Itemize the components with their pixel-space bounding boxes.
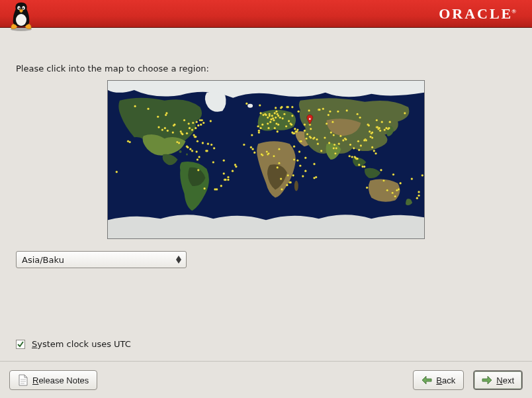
svg-point-107 (290, 181, 292, 183)
svg-point-158 (358, 164, 360, 166)
svg-point-95 (279, 117, 281, 119)
svg-point-159 (358, 149, 360, 151)
svg-point-42 (199, 156, 200, 158)
arrow-right-icon (482, 375, 492, 385)
select-stepper-icon (174, 256, 183, 264)
svg-point-59 (232, 170, 234, 172)
svg-point-147 (337, 111, 339, 113)
svg-point-203 (213, 147, 215, 149)
document-icon (18, 374, 28, 386)
svg-point-40 (197, 124, 199, 126)
next-button[interactable]: Next (473, 370, 523, 390)
svg-point-213 (266, 151, 268, 153)
svg-point-148 (339, 135, 341, 137)
svg-point-84 (274, 127, 276, 129)
footer: Release Notes Back Next (0, 362, 532, 398)
svg-point-17 (164, 127, 166, 129)
svg-point-18 (167, 130, 169, 132)
timezone-map[interactable] (107, 80, 425, 239)
svg-point-36 (195, 136, 197, 138)
svg-point-44 (200, 124, 202, 126)
svg-point-216 (277, 166, 279, 168)
svg-point-191 (129, 141, 131, 143)
svg-point-30 (189, 127, 191, 129)
svg-point-91 (277, 130, 279, 132)
svg-point-110 (291, 106, 293, 108)
svg-point-179 (384, 128, 386, 130)
svg-point-93 (277, 124, 279, 126)
svg-point-171 (371, 146, 373, 148)
svg-point-86 (275, 117, 277, 119)
svg-point-194 (165, 112, 167, 114)
svg-point-182 (389, 121, 391, 123)
svg-point-141 (330, 131, 332, 133)
svg-point-16 (161, 128, 163, 130)
release-notes-button[interactable]: Release Notes (9, 370, 97, 390)
svg-point-37 (195, 127, 197, 129)
svg-point-26 (183, 119, 185, 121)
svg-point-11 (186, 153, 188, 155)
tux-mascot-icon (7, 0, 36, 32)
content-area: Please click into the map to choose a re… (0, 29, 532, 362)
svg-point-224 (299, 165, 301, 167)
svg-point-198 (196, 151, 198, 153)
svg-point-122 (304, 130, 306, 132)
svg-point-47 (203, 187, 205, 189)
svg-point-127 (308, 109, 310, 111)
svg-point-97 (281, 106, 283, 108)
svg-point-33 (192, 122, 194, 124)
svg-point-186 (400, 182, 402, 184)
svg-point-130 (310, 136, 312, 138)
header: ORACLE® (0, 0, 532, 28)
svg-point-257 (309, 118, 311, 120)
svg-point-65 (259, 104, 261, 106)
svg-point-139 (328, 142, 330, 144)
svg-point-137 (324, 136, 326, 138)
svg-point-14 (157, 116, 159, 118)
svg-point-253 (396, 189, 398, 191)
timezone-select[interactable]: Asia/Baku (16, 251, 187, 268)
svg-point-126 (306, 133, 308, 135)
svg-point-104 (288, 120, 290, 122)
svg-point-195 (176, 141, 178, 143)
svg-point-212 (261, 153, 263, 155)
svg-point-134 (316, 138, 318, 140)
svg-point-151 (349, 144, 351, 146)
svg-point-226 (302, 175, 304, 177)
svg-point-5 (22, 7, 24, 9)
svg-point-249 (382, 179, 384, 181)
svg-point-254 (404, 112, 406, 114)
svg-point-232 (320, 150, 322, 152)
svg-point-245 (373, 150, 375, 152)
svg-point-184 (394, 195, 396, 197)
svg-point-214 (267, 152, 269, 154)
svg-point-21 (173, 124, 175, 126)
svg-point-238 (346, 109, 348, 111)
registered-mark: ® (511, 8, 516, 15)
svg-point-103 (287, 106, 289, 108)
svg-point-217 (278, 148, 280, 150)
timezone-selected-label: Asia/Baku (22, 255, 170, 265)
svg-point-211 (258, 131, 260, 133)
svg-point-210 (253, 152, 255, 154)
svg-point-76 (267, 127, 269, 129)
svg-point-188 (418, 191, 420, 193)
svg-point-49 (207, 143, 209, 145)
svg-point-256 (421, 174, 423, 176)
svg-point-140 (329, 111, 331, 113)
svg-point-119 (298, 111, 300, 113)
utc-checkbox[interactable] (16, 340, 25, 349)
svg-point-13 (134, 105, 136, 107)
svg-point-74 (267, 123, 269, 124)
svg-point-32 (191, 150, 193, 152)
svg-point-114 (293, 146, 295, 148)
svg-point-208 (245, 103, 247, 105)
svg-point-235 (334, 152, 336, 154)
svg-point-248 (381, 121, 383, 123)
svg-point-72 (265, 114, 267, 116)
svg-point-88 (275, 111, 277, 113)
back-button[interactable]: Back (413, 370, 464, 390)
svg-point-227 (304, 170, 306, 172)
svg-point-239 (349, 155, 351, 157)
svg-point-244 (369, 136, 371, 138)
